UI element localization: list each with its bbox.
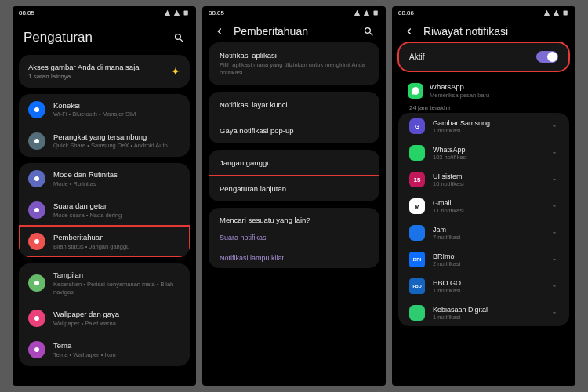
tampilan-icon <box>28 274 45 292</box>
status-bar: 08.06 <box>392 6 575 19</box>
svg-rect-10 <box>564 10 568 15</box>
related-card: Mencari sesuatu yang lain? Suara notifik… <box>209 208 379 268</box>
status-icons <box>164 9 190 16</box>
svg-point-4 <box>34 208 39 212</box>
lockscreen-notif-row[interactable]: Notifikasi layar kunci <box>209 92 379 118</box>
wallpaper-icon <box>28 310 45 327</box>
page-title: Pengaturan <box>24 25 165 50</box>
phone-settings: 08.05 Pengaturan Akses gambar Anda di ma… <box>13 6 196 386</box>
app-notif-card: Notifikasi aplikasi Pilih aplikasi mana … <box>209 42 379 85</box>
settings-row-suara[interactable]: Suara dan getar Mode suara • Nada dering <box>19 194 190 226</box>
chevron-down-icon <box>550 149 558 157</box>
tema-icon <box>28 341 45 358</box>
back-icon[interactable] <box>213 25 226 38</box>
app-notif-row[interactable]: Notifikasi aplikasi Pilih aplikasi mana … <box>209 42 379 85</box>
page-title: Pemberitahuan <box>234 25 355 38</box>
active-card: Aktif <box>398 42 569 71</box>
settings-row-wallpaper[interactable]: Wallpaper dan gaya Wallpaper • Palet war… <box>19 303 190 334</box>
advanced-settings-row[interactable]: Pengaturan lanjutan <box>209 176 379 201</box>
sparkle-icon: ✦ <box>171 65 180 78</box>
chevron-down-icon <box>550 282 558 290</box>
phone-notifications: 08.05 Pemberitahuan Notifikasi aplikasi … <box>202 6 386 386</box>
svg-point-5 <box>34 239 39 244</box>
history-item-hbo go[interactable]: HBO HBO GO 1 notifikasi <box>398 273 569 299</box>
history-item-ui sistem[interactable]: 15 UI sistem 10 notifikasi <box>398 166 569 193</box>
active-label: Aktif <box>409 53 530 61</box>
settings-row-koneksi[interactable]: Koneksi Wi-Fi • Bluetooth • Manajer SIM <box>19 94 190 125</box>
recent-app-row: WhatsApp Memeriksa pesan baru <box>398 78 569 100</box>
status-time: 08.06 <box>398 9 414 16</box>
svg-point-8 <box>34 347 39 352</box>
header: Pemberitahuan <box>202 19 386 42</box>
app-icon <box>409 225 425 241</box>
app-icon: G <box>409 118 425 134</box>
chevron-down-icon <box>550 309 558 317</box>
history-item-whatsapp[interactable]: WhatsApp 103 notifikasi <box>398 140 569 166</box>
chevron-down-icon <box>550 202 558 210</box>
whatsapp-icon <box>408 83 423 99</box>
svg-point-6 <box>34 281 39 285</box>
chevron-down-icon <box>550 256 558 263</box>
back-icon[interactable] <box>403 25 416 38</box>
suggestion-card[interactable]: Akses gambar Anda di mana saja 1 saran l… <box>19 55 190 88</box>
dnd-card: Jangan ganggu Pengaturan lanjutan <box>209 150 379 201</box>
mode-icon <box>28 170 45 187</box>
status-bar: 08.05 <box>13 6 196 19</box>
settings-group-modes: Mode dan Rutinitas Mode • Rutinitas Suar… <box>19 163 190 257</box>
app-icon: BRI <box>409 252 425 267</box>
toggle-switch[interactable] <box>536 51 558 63</box>
history-item-jam[interactable]: Jam 7 notifikasi <box>398 220 569 246</box>
history-item-gambar samsung[interactable]: G Gambar Samsung 1 notifikasi <box>398 113 569 140</box>
phone-history: 08.06 Riwayat notifikasi Aktif WhatsApp … <box>392 6 575 386</box>
app-icon <box>409 305 425 321</box>
status-time: 08.05 <box>19 9 34 16</box>
svg-rect-9 <box>374 10 378 15</box>
flash-notif-link[interactable]: Notifikasi lampu kilat <box>209 248 379 268</box>
popup-style-row[interactable]: Gaya notifikasi pop-up <box>209 118 379 143</box>
header: Riwayat notifikasi <box>392 19 575 42</box>
history-item-gmail[interactable]: M Gmail 11 notifikasi <box>398 193 569 220</box>
header: Pengaturan <box>13 19 196 55</box>
status-icons <box>543 9 569 16</box>
suggestion-subtitle: 1 saran lainnya <box>28 73 165 80</box>
notif-sound-link[interactable]: Suara notifikasi <box>209 227 379 248</box>
settings-body: Akses gambar Anda di mana saja 1 saran l… <box>13 55 196 386</box>
svg-point-3 <box>34 176 39 181</box>
svg-point-2 <box>34 139 39 143</box>
search-icon[interactable] <box>363 26 375 38</box>
settings-group-display: Tampilan Kecerahan • Perisai kenyamanan … <box>19 263 190 365</box>
history-item-brimo[interactable]: BRI BRImo 2 notifikasi <box>398 246 569 273</box>
app-icon: HBO <box>409 278 425 294</box>
settings-row-perangkat[interactable]: Perangkat yang tersambung Quick Share • … <box>19 125 190 157</box>
app-icon: M <box>409 198 425 214</box>
pemberitahuan-icon <box>28 233 45 250</box>
chevron-down-icon <box>550 176 558 183</box>
suggestion-title: Akses gambar Anda di mana saja <box>28 63 165 71</box>
related-label: Mencari sesuatu yang lain? <box>209 208 379 227</box>
app-icon <box>409 145 425 161</box>
perangkat-icon <box>28 132 45 150</box>
chevron-down-icon <box>550 229 558 237</box>
svg-point-1 <box>34 107 39 112</box>
notif-settings-body: Notifikasi aplikasi Pilih aplikasi mana … <box>202 42 386 386</box>
settings-row-tema[interactable]: Tema Tema • Wallpaper • Ikon <box>19 334 190 365</box>
active-toggle-row[interactable]: Aktif <box>398 42 569 71</box>
dnd-row[interactable]: Jangan ganggu <box>209 150 379 176</box>
settings-row-pemberitahuan[interactable]: Pemberitahuan Bilah status • Jangan gang… <box>19 226 190 257</box>
svg-rect-0 <box>184 10 188 15</box>
settings-row-mode[interactable]: Mode dan Rutinitas Mode • Rutinitas <box>19 163 190 194</box>
app-icon: 15 <box>409 172 425 187</box>
chevron-down-icon <box>550 122 558 130</box>
history-item-kebiasaan digital[interactable]: Kebiasaan Digital 1 notifikasi <box>398 299 569 326</box>
lockscreen-card: Notifikasi layar kunci Gaya notifikasi p… <box>209 92 379 143</box>
suara-icon <box>28 201 45 219</box>
svg-point-7 <box>34 316 39 321</box>
page-title: Riwayat notifikasi <box>423 25 564 38</box>
history-list-card: G Gambar Samsung 1 notifikasi WhatsApp 1… <box>398 113 569 326</box>
search-icon[interactable] <box>173 32 185 44</box>
koneksi-icon <box>28 101 45 118</box>
settings-row-tampilan[interactable]: Tampilan Kecerahan • Perisai kenyamanan … <box>19 263 190 303</box>
history-body: Aktif WhatsApp Memeriksa pesan baru 24 j… <box>392 42 575 386</box>
settings-group-connections: Koneksi Wi-Fi • Bluetooth • Manajer SIM … <box>19 94 190 157</box>
app-name: WhatsApp <box>430 82 560 92</box>
